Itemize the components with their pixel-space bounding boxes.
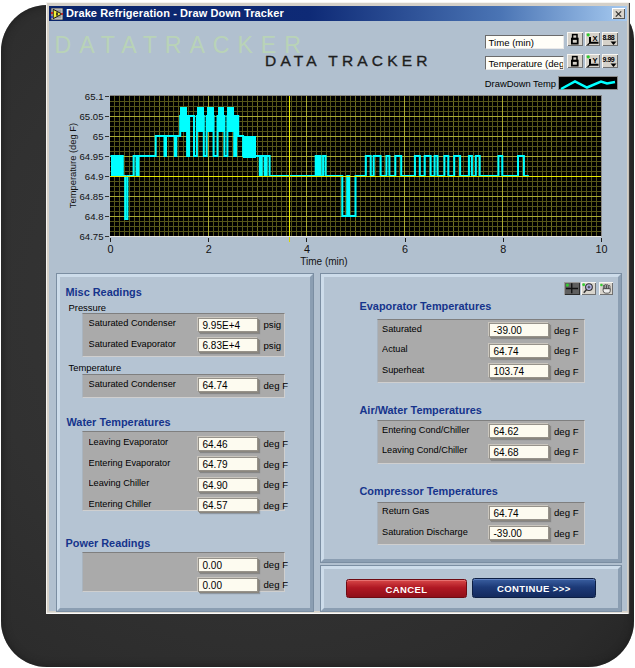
svg-text:8.88: 8.88 (603, 33, 615, 40)
svg-text:9.99: 9.99 (603, 55, 615, 62)
svg-text:X: X (592, 33, 597, 42)
svg-text:Y: Y (592, 55, 597, 64)
